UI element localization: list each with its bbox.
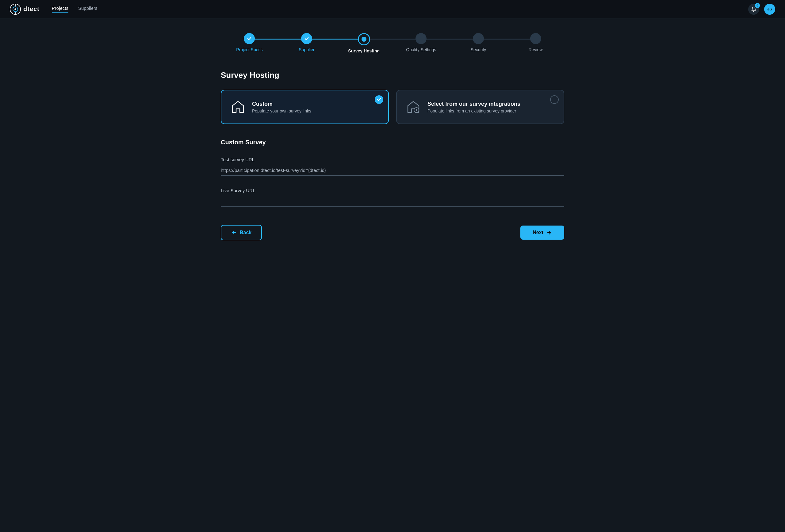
logo-icon xyxy=(10,4,21,15)
notification-badge: 6 xyxy=(755,3,760,8)
hosting-options: Custom Populate your own survey links Se… xyxy=(221,90,564,124)
live-url-label: Live Survey URL xyxy=(221,188,564,193)
step-line-6 xyxy=(536,38,593,39)
step-quality-settings: Quality Settings xyxy=(392,33,450,52)
next-label: Next xyxy=(533,230,543,235)
check-icon-1 xyxy=(247,36,252,41)
test-url-label: Test survey URL xyxy=(221,157,564,162)
stepper: Project Specs Supplier Survey Hosting Qu… xyxy=(221,33,564,53)
page-title: Survey Hosting xyxy=(221,71,564,80)
integration-hosting-icon xyxy=(405,99,421,115)
step-label-6: Review xyxy=(529,47,543,52)
hosting-option-integrations[interactable]: Select from our survey integrations Popu… xyxy=(396,90,564,124)
custom-survey-label: Custom Survey xyxy=(221,139,564,146)
avatar[interactable]: JS xyxy=(764,4,775,15)
live-url-input[interactable] xyxy=(221,196,564,207)
step-label-3: Survey Hosting xyxy=(348,48,380,53)
hosting-option-custom[interactable]: Custom Populate your own survey links xyxy=(221,90,389,124)
navbar: dtect Projects Suppliers 6 JS xyxy=(0,0,785,18)
nav-right: 6 JS xyxy=(748,4,775,15)
custom-survey-form: Custom Survey Test survey URL Live Surve… xyxy=(221,139,564,207)
logo-text: dtect xyxy=(23,5,40,12)
step-circle-5 xyxy=(473,33,484,44)
step-supplier: Supplier xyxy=(278,33,335,52)
step-security: Security xyxy=(450,33,507,52)
custom-hosting-icon xyxy=(230,99,246,115)
test-url-input[interactable] xyxy=(221,165,564,176)
logo: dtect xyxy=(10,4,40,15)
integration-option-content: Select from our survey integrations Popu… xyxy=(427,101,521,113)
custom-option-content: Custom Populate your own survey links xyxy=(252,101,311,113)
test-url-group: Test survey URL xyxy=(221,157,564,176)
next-button[interactable]: Next xyxy=(521,225,564,240)
custom-option-title: Custom xyxy=(252,101,311,107)
step-circle-6 xyxy=(530,33,541,44)
integration-option-desc: Populate links from an existing survey p… xyxy=(427,108,521,113)
custom-check-icon xyxy=(377,97,381,102)
back-label: Back xyxy=(240,230,251,235)
step-label-2: Supplier xyxy=(299,47,314,52)
step-survey-hosting: Survey Hosting xyxy=(335,33,392,53)
step-label-1: Project Specs xyxy=(236,47,262,52)
check-icon-2 xyxy=(304,36,309,41)
live-url-group: Live Survey URL xyxy=(221,188,564,207)
step-label-4: Quality Settings xyxy=(406,47,436,52)
nav-projects[interactable]: Projects xyxy=(52,5,68,12)
step-circle-2 xyxy=(301,33,312,44)
back-button[interactable]: Back xyxy=(221,225,262,240)
integration-option-title: Select from our survey integrations xyxy=(427,101,521,107)
custom-option-check xyxy=(375,95,383,104)
custom-option-desc: Populate your own survey links xyxy=(252,108,311,113)
actions-bar: Back Next xyxy=(221,225,564,240)
nav-links: Projects Suppliers xyxy=(52,5,748,12)
notification-button[interactable]: 6 xyxy=(748,4,759,15)
arrow-right-icon xyxy=(547,230,552,235)
step-label-5: Security xyxy=(471,47,486,52)
integration-option-check xyxy=(550,95,559,104)
step-circle-4 xyxy=(415,33,427,44)
svg-point-2 xyxy=(15,8,16,10)
main-content: Project Specs Supplier Survey Hosting Qu… xyxy=(208,18,577,265)
arrow-left-icon xyxy=(231,230,237,235)
step-project-specs: Project Specs xyxy=(221,33,278,52)
step-circle-1 xyxy=(244,33,255,44)
step-review: Review xyxy=(507,33,564,52)
step-circle-3 xyxy=(358,33,370,45)
nav-suppliers[interactable]: Suppliers xyxy=(78,5,98,12)
